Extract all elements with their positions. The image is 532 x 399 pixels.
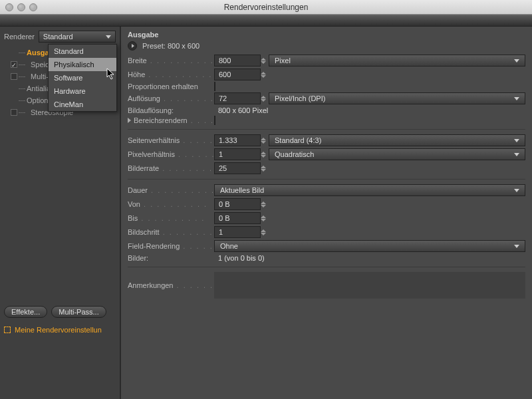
pixasp-select[interactable]: Quadratisch xyxy=(269,148,525,160)
renderer-dropdown[interactable]: Standard xyxy=(39,31,116,43)
duration-label: Dauer xyxy=(128,186,214,194)
renderer-menu-item[interactable]: Software xyxy=(49,71,116,84)
chevron-down-icon xyxy=(514,153,519,156)
preset-toggle[interactable] xyxy=(128,41,137,51)
content-panel: Ausgabe Preset: 532 x 399 Breite 800 Pix… xyxy=(121,27,532,399)
checkbox-icon[interactable] xyxy=(11,61,17,68)
preset-icon xyxy=(4,327,11,333)
notes-textarea[interactable] xyxy=(214,272,525,299)
fps-stepper[interactable] xyxy=(261,162,268,174)
renderer-menu-item[interactable]: Standard xyxy=(49,45,116,58)
imgres-value: 532 x 399 Pixel xyxy=(214,106,525,114)
frames-value: 1 (von 0 bis 0) xyxy=(214,254,525,262)
duration-select[interactable]: Aktuelles Bild xyxy=(214,184,525,196)
renderer-menu-item[interactable]: Physikalisch xyxy=(49,58,116,71)
fps-input[interactable]: 25 xyxy=(214,162,261,174)
chevron-down-icon xyxy=(514,59,519,63)
height-input[interactable]: 600 xyxy=(214,68,261,80)
chevron-down-icon xyxy=(514,245,519,248)
lock-checkbox[interactable] xyxy=(214,82,215,91)
resolution-stepper[interactable] xyxy=(261,92,268,104)
width-unit-select[interactable]: Pixel xyxy=(269,55,525,66)
play-icon xyxy=(132,44,134,48)
resolution-unit-select[interactable]: Pixel/Inch (DPI) xyxy=(269,92,525,104)
imgres-label: Bildauflösung: xyxy=(128,106,214,114)
width-label: Breite xyxy=(128,57,214,65)
pixasp-label: Pixelverhältnis xyxy=(128,150,214,158)
separator xyxy=(128,267,525,267)
region-label: Bereichsrendern xyxy=(128,116,214,124)
chevron-down-icon xyxy=(514,139,519,142)
step-stepper[interactable] xyxy=(261,226,268,238)
separator xyxy=(128,129,525,130)
titlebar: Rendervoreinstellungen xyxy=(0,0,532,15)
height-label: Höhe xyxy=(128,70,214,78)
toolbar xyxy=(0,15,532,27)
frames-label: Bilder: xyxy=(128,254,214,262)
renderer-label: Renderer xyxy=(4,33,35,41)
aspect-input[interactable]: 1.333 xyxy=(214,134,261,146)
effects-button[interactable]: Effekte... xyxy=(4,306,47,318)
chevron-down-icon xyxy=(514,189,519,192)
multipass-button[interactable]: Multi-Pass... xyxy=(51,306,106,318)
checkbox-icon[interactable] xyxy=(11,109,17,116)
lock-label: Proportionen erhalten xyxy=(128,82,214,90)
preset-label: Meine Rendervoreinstellun xyxy=(15,326,102,334)
resolution-label: Auflösung xyxy=(128,94,214,102)
step-label: Bildschritt xyxy=(128,228,214,236)
field-label: Field-Rendering xyxy=(128,242,214,250)
aspect-select[interactable]: Standard (4:3) xyxy=(269,134,525,146)
region-checkbox[interactable] xyxy=(214,116,215,125)
resolution-input[interactable]: 72 xyxy=(214,92,261,104)
fps-label: Bilderrate xyxy=(128,164,214,172)
height-stepper[interactable] xyxy=(261,68,268,80)
expand-icon[interactable] xyxy=(128,118,131,123)
preset-row[interactable]: Meine Rendervoreinstellun xyxy=(4,326,102,334)
chevron-down-icon xyxy=(106,35,111,39)
separator xyxy=(128,179,525,180)
chevron-down-icon xyxy=(514,97,519,100)
from-label: Von xyxy=(128,200,214,208)
width-stepper[interactable] xyxy=(261,55,268,66)
renderer-menu: Standard Physikalisch Software Hardware … xyxy=(48,44,117,112)
to-input[interactable]: 0 B xyxy=(214,212,261,224)
renderer-menu-item[interactable]: Hardware xyxy=(49,84,116,98)
preset-text: Preset: 532 x 399 xyxy=(142,42,200,50)
width-input[interactable]: 800 xyxy=(214,55,261,66)
to-stepper[interactable] xyxy=(261,212,268,224)
step-input[interactable]: 1 xyxy=(214,226,261,238)
renderer-menu-item[interactable]: CineMan xyxy=(49,98,116,111)
window-title: Rendervoreinstellungen xyxy=(0,3,532,12)
aspect-stepper[interactable] xyxy=(261,134,268,146)
renderer-value: Standard xyxy=(43,33,73,41)
pixasp-stepper[interactable] xyxy=(261,148,268,160)
pixasp-input[interactable]: 1 xyxy=(214,148,261,160)
from-input[interactable]: 0 B xyxy=(214,198,261,210)
sidebar: Renderer Standard Standard Physikalisch … xyxy=(0,27,120,399)
checkbox-icon[interactable] xyxy=(11,73,17,80)
field-select[interactable]: Ohne xyxy=(214,240,525,252)
to-label: Bis xyxy=(128,214,214,222)
notes-label: Anmerkungen xyxy=(128,281,214,289)
section-title: Ausgabe xyxy=(128,31,525,39)
from-stepper[interactable] xyxy=(261,198,268,210)
aspect-label: Seitenverhältnis xyxy=(128,136,214,144)
